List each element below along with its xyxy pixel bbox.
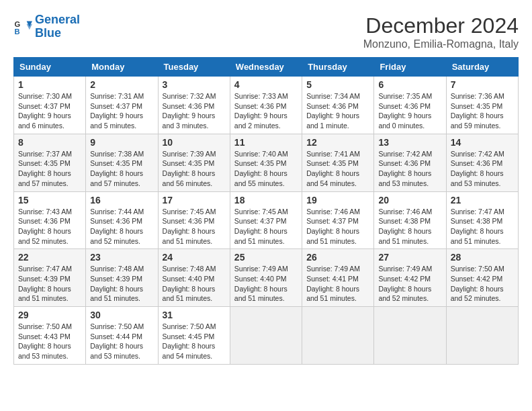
day-content: Sunrise: 7:31 AM Sunset: 4:37 PM Dayligh… [90, 91, 153, 131]
calendar-cell: 4Sunrise: 7:33 AM Sunset: 4:36 PM Daylig… [230, 77, 302, 134]
calendar-cell: 10Sunrise: 7:39 AM Sunset: 4:35 PM Dayli… [158, 134, 230, 191]
day-number: 1 [18, 79, 81, 90]
calendar-cell: 25Sunrise: 7:49 AM Sunset: 4:40 PM Dayli… [230, 249, 302, 307]
calendar-cell: 14Sunrise: 7:42 AM Sunset: 4:36 PM Dayli… [446, 134, 518, 191]
calendar-cell: 27Sunrise: 7:49 AM Sunset: 4:42 PM Dayli… [374, 249, 446, 307]
svg-marker-3 [27, 24, 32, 30]
day-number: 2 [90, 79, 153, 90]
day-content: Sunrise: 7:42 AM Sunset: 4:36 PM Dayligh… [378, 149, 441, 189]
calendar-week-row: 1Sunrise: 7:30 AM Sunset: 4:37 PM Daylig… [14, 77, 519, 134]
col-tuesday: Tuesday [158, 58, 230, 77]
day-content: Sunrise: 7:49 AM Sunset: 4:42 PM Dayligh… [378, 264, 441, 304]
month-title: December 2024 [363, 13, 519, 38]
day-content: Sunrise: 7:42 AM Sunset: 4:36 PM Dayligh… [451, 149, 514, 189]
day-content: Sunrise: 7:39 AM Sunset: 4:35 PM Dayligh… [163, 149, 226, 189]
calendar-cell: 16Sunrise: 7:44 AM Sunset: 4:36 PM Dayli… [86, 191, 158, 249]
day-content: Sunrise: 7:38 AM Sunset: 4:35 PM Dayligh… [90, 149, 153, 189]
calendar-week-row: 22Sunrise: 7:47 AM Sunset: 4:39 PM Dayli… [14, 249, 519, 307]
day-content: Sunrise: 7:47 AM Sunset: 4:38 PM Dayligh… [451, 207, 514, 246]
day-content: Sunrise: 7:34 AM Sunset: 4:36 PM Dayligh… [306, 91, 369, 131]
calendar-week-row: 15Sunrise: 7:43 AM Sunset: 4:36 PM Dayli… [14, 191, 519, 249]
calendar-week-row: 8Sunrise: 7:37 AM Sunset: 4:35 PM Daylig… [14, 134, 519, 191]
day-content: Sunrise: 7:50 AM Sunset: 4:43 PM Dayligh… [18, 322, 81, 361]
day-content: Sunrise: 7:30 AM Sunset: 4:37 PM Dayligh… [18, 91, 81, 131]
day-number: 15 [18, 195, 81, 205]
day-number: 20 [378, 195, 441, 205]
calendar-cell: 22Sunrise: 7:47 AM Sunset: 4:39 PM Dayli… [14, 249, 86, 307]
calendar-cell [230, 307, 302, 365]
day-content: Sunrise: 7:48 AM Sunset: 4:40 PM Dayligh… [163, 264, 226, 304]
day-content: Sunrise: 7:50 AM Sunset: 4:42 PM Dayligh… [451, 264, 514, 304]
day-number: 27 [378, 252, 441, 263]
day-content: Sunrise: 7:48 AM Sunset: 4:39 PM Dayligh… [90, 264, 153, 304]
day-number: 8 [18, 137, 81, 148]
day-number: 4 [234, 79, 298, 90]
day-content: Sunrise: 7:41 AM Sunset: 4:35 PM Dayligh… [306, 149, 369, 189]
day-number: 9 [90, 137, 153, 148]
day-content: Sunrise: 7:45 AM Sunset: 4:36 PM Dayligh… [163, 207, 226, 246]
title-section: December 2024 Monzuno, Emilia-Romagna, I… [363, 13, 519, 50]
calendar-cell: 29Sunrise: 7:50 AM Sunset: 4:43 PM Dayli… [14, 307, 86, 365]
calendar-cell: 18Sunrise: 7:45 AM Sunset: 4:37 PM Dayli… [230, 191, 302, 249]
day-number: 10 [163, 137, 226, 148]
day-number: 22 [18, 252, 81, 263]
calendar-cell [446, 307, 518, 365]
col-thursday: Thursday [302, 58, 374, 77]
day-content: Sunrise: 7:37 AM Sunset: 4:35 PM Dayligh… [18, 149, 81, 189]
calendar-table: Sunday Monday Tuesday Wednesday Thursday… [13, 57, 519, 365]
calendar-week-row: 29Sunrise: 7:50 AM Sunset: 4:43 PM Dayli… [14, 307, 519, 365]
day-number: 24 [163, 252, 226, 263]
day-content: Sunrise: 7:50 AM Sunset: 4:45 PM Dayligh… [163, 322, 226, 361]
calendar-cell: 11Sunrise: 7:40 AM Sunset: 4:35 PM Dayli… [230, 134, 302, 191]
calendar-cell: 3Sunrise: 7:32 AM Sunset: 4:36 PM Daylig… [158, 77, 230, 134]
calendar-cell: 9Sunrise: 7:38 AM Sunset: 4:35 PM Daylig… [86, 134, 158, 191]
day-content: Sunrise: 7:49 AM Sunset: 4:40 PM Dayligh… [234, 264, 298, 304]
day-content: Sunrise: 7:46 AM Sunset: 4:37 PM Dayligh… [306, 207, 369, 246]
day-number: 17 [163, 195, 226, 205]
day-content: Sunrise: 7:35 AM Sunset: 4:36 PM Dayligh… [378, 91, 441, 131]
day-number: 16 [90, 195, 153, 205]
calendar-cell: 21Sunrise: 7:47 AM Sunset: 4:38 PM Dayli… [446, 191, 518, 249]
day-number: 6 [378, 79, 441, 90]
calendar-cell: 31Sunrise: 7:50 AM Sunset: 4:45 PM Dayli… [158, 307, 230, 365]
location: Monzuno, Emilia-Romagna, Italy [363, 38, 519, 50]
calendar-cell: 19Sunrise: 7:46 AM Sunset: 4:37 PM Dayli… [302, 191, 374, 249]
calendar-cell: 2Sunrise: 7:31 AM Sunset: 4:37 PM Daylig… [86, 77, 158, 134]
calendar-cell: 6Sunrise: 7:35 AM Sunset: 4:36 PM Daylig… [374, 77, 446, 134]
day-number: 13 [378, 137, 441, 148]
day-number: 28 [451, 252, 514, 263]
col-sunday: Sunday [14, 58, 86, 77]
day-number: 31 [163, 310, 226, 320]
calendar-cell: 26Sunrise: 7:49 AM Sunset: 4:41 PM Dayli… [302, 249, 374, 307]
day-number: 12 [306, 137, 369, 148]
calendar-cell: 23Sunrise: 7:48 AM Sunset: 4:39 PM Dayli… [86, 249, 158, 307]
calendar-cell: 7Sunrise: 7:36 AM Sunset: 4:35 PM Daylig… [446, 77, 518, 134]
calendar-cell: 24Sunrise: 7:48 AM Sunset: 4:40 PM Dayli… [158, 249, 230, 307]
day-number: 7 [451, 79, 514, 90]
day-number: 23 [90, 252, 153, 263]
day-number: 18 [234, 195, 298, 205]
day-number: 19 [306, 195, 369, 205]
calendar-cell: 13Sunrise: 7:42 AM Sunset: 4:36 PM Dayli… [374, 134, 446, 191]
page-header: G B General Blue December 2024 Monzuno, … [13, 13, 519, 50]
day-content: Sunrise: 7:46 AM Sunset: 4:38 PM Dayligh… [378, 207, 441, 246]
calendar-header-row: Sunday Monday Tuesday Wednesday Thursday… [14, 58, 519, 77]
day-content: Sunrise: 7:43 AM Sunset: 4:36 PM Dayligh… [18, 207, 81, 246]
calendar-cell: 17Sunrise: 7:45 AM Sunset: 4:36 PM Dayli… [158, 191, 230, 249]
calendar-cell: 28Sunrise: 7:50 AM Sunset: 4:42 PM Dayli… [446, 249, 518, 307]
day-number: 25 [234, 252, 298, 263]
calendar-cell: 20Sunrise: 7:46 AM Sunset: 4:38 PM Dayli… [374, 191, 446, 249]
day-number: 11 [234, 137, 298, 148]
day-number: 30 [90, 310, 153, 320]
calendar-cell: 1Sunrise: 7:30 AM Sunset: 4:37 PM Daylig… [14, 77, 86, 134]
svg-text:B: B [14, 28, 19, 36]
day-content: Sunrise: 7:36 AM Sunset: 4:35 PM Dayligh… [451, 91, 514, 131]
logo-icon: G B [13, 17, 32, 36]
day-content: Sunrise: 7:32 AM Sunset: 4:36 PM Dayligh… [163, 91, 226, 131]
day-number: 29 [18, 310, 81, 320]
calendar-cell [374, 307, 446, 365]
day-content: Sunrise: 7:40 AM Sunset: 4:35 PM Dayligh… [234, 149, 298, 189]
col-monday: Monday [86, 58, 158, 77]
day-content: Sunrise: 7:47 AM Sunset: 4:39 PM Dayligh… [18, 264, 81, 304]
logo: G B General Blue [13, 13, 80, 40]
